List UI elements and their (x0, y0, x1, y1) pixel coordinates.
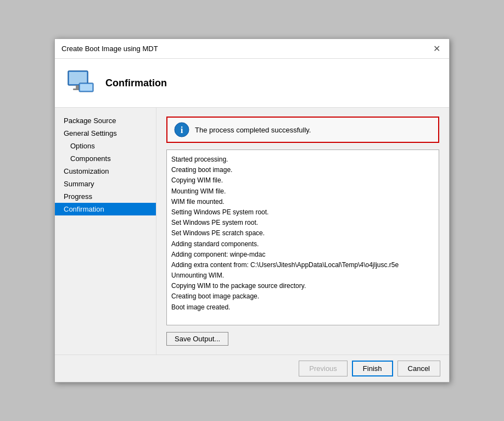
log-line: Boot image created. (171, 302, 434, 313)
sidebar-item-customization[interactable]: Customization (55, 165, 156, 178)
sidebar-item-general-settings[interactable]: General Settings (55, 127, 156, 140)
cancel-button[interactable]: Cancel (397, 361, 440, 376)
log-line: Set Windows PE system root. (171, 218, 434, 228)
svg-text:i: i (181, 125, 183, 135)
header-title: Confirmation (105, 77, 167, 89)
sidebar-item-package-source[interactable]: Package Source (55, 114, 156, 127)
svg-rect-5 (80, 84, 92, 91)
log-line: WIM file mounted. (171, 197, 434, 207)
title-bar: Create Boot Image using MDT ✕ (55, 39, 449, 59)
log-line: Mounting WIM file. (171, 186, 434, 197)
log-line: Copying WIM to the package source direct… (171, 281, 434, 291)
log-line: Setting Windows PE system root. (171, 207, 434, 218)
log-line: Started processing. (171, 154, 434, 165)
status-box: i The process completed successfully. (166, 117, 439, 143)
status-text: The process completed successfully. (195, 126, 311, 134)
info-icon: i (174, 122, 189, 137)
dialog-title: Create Boot Image using MDT (61, 45, 158, 53)
sidebar-item-summary[interactable]: Summary (55, 178, 156, 190)
computer-icon (66, 68, 97, 98)
log-line: Unmounting WIM. (171, 270, 434, 281)
sidebar-item-confirmation[interactable]: Confirmation (55, 203, 156, 215)
log-line: Creating boot image package. (171, 291, 434, 302)
save-output-button[interactable]: Save Output... (166, 332, 228, 346)
svg-rect-1 (69, 72, 87, 84)
log-line: Adding extra content from: C:\Users\Jite… (171, 260, 434, 270)
sidebar: Package SourceGeneral SettingsOptionsCom… (55, 108, 156, 354)
sidebar-item-options[interactable]: Options (55, 140, 156, 152)
log-line: Set Windows PE scratch space. (171, 228, 434, 239)
footer: Previous Finish Cancel (55, 354, 449, 382)
main-panel: i The process completed successfully. St… (156, 108, 449, 354)
close-button[interactable]: ✕ (431, 43, 443, 54)
log-line: Adding component: winpe-mdac (171, 250, 434, 260)
dialog-window: Create Boot Image using MDT ✕ Confirmati… (54, 38, 450, 383)
header-area: Confirmation (55, 59, 449, 108)
sidebar-item-progress[interactable]: Progress (55, 190, 156, 203)
log-line: Copying WIM file. (171, 175, 434, 186)
log-area: Started processing.Creating boot image.C… (166, 149, 439, 325)
content-area: Package SourceGeneral SettingsOptionsCom… (55, 108, 449, 354)
finish-button[interactable]: Finish (352, 361, 393, 376)
sidebar-item-components[interactable]: Components (55, 152, 156, 165)
log-line: Adding standard components. (171, 239, 434, 250)
previous-button[interactable]: Previous (299, 361, 348, 376)
log-line: Creating boot image. (171, 165, 434, 175)
